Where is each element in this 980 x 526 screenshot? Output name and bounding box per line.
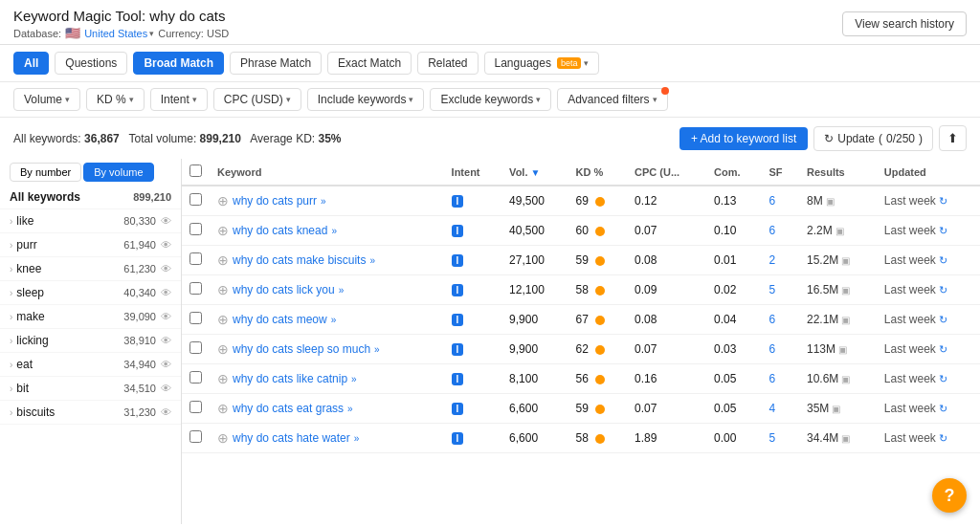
- refresh-icon[interactable]: ↻: [939, 432, 947, 445]
- sidebar-all-keywords[interactable]: All keywords 899,210: [0, 186, 181, 209]
- add-to-keyword-list-button[interactable]: + Add to keyword list: [679, 127, 808, 150]
- add-keyword-icon[interactable]: ⊕: [217, 282, 229, 297]
- vol-col-header[interactable]: Vol. ▼: [501, 159, 568, 186]
- keyword-text[interactable]: why do cats like catnip: [233, 372, 347, 385]
- refresh-icon[interactable]: ↻: [939, 373, 947, 385]
- refresh-icon[interactable]: ↻: [939, 284, 947, 296]
- help-button[interactable]: ?: [932, 478, 967, 513]
- keyword-text[interactable]: why do cats eat grass: [233, 402, 344, 415]
- add-keyword-icon[interactable]: ⊕: [217, 312, 229, 327]
- row-checkbox-cell[interactable]: [182, 424, 210, 453]
- keyword-link-icon[interactable]: »: [347, 404, 353, 414]
- keyword-text[interactable]: why do cats purr: [233, 194, 317, 208]
- keyword-link-icon[interactable]: »: [321, 196, 326, 207]
- sidebar-item[interactable]: › licking 38,910 👁: [0, 329, 181, 353]
- keyword-text[interactable]: why do cats lick you: [233, 283, 335, 296]
- add-keyword-icon[interactable]: ⊕: [217, 401, 229, 416]
- keyword-link-icon[interactable]: »: [331, 226, 337, 236]
- keyword-link-icon[interactable]: »: [354, 433, 360, 444]
- sf-link[interactable]: 6: [768, 342, 775, 356]
- keyword-text[interactable]: why do cats knead: [233, 224, 327, 237]
- include-keywords-filter[interactable]: Include keywords ▾: [307, 88, 425, 111]
- keyword-link-icon[interactable]: »: [374, 344, 380, 355]
- row-checkbox[interactable]: [189, 430, 202, 443]
- update-button[interactable]: ↻ Update (0/250): [813, 126, 933, 151]
- tab-all[interactable]: All: [13, 52, 49, 75]
- sf-link[interactable]: 4: [768, 402, 775, 415]
- row-checkbox[interactable]: [189, 401, 202, 413]
- select-all-checkbox[interactable]: [189, 164, 202, 177]
- keyword-text[interactable]: why do cats hate water: [233, 431, 350, 445]
- eye-icon[interactable]: 👁: [161, 215, 171, 227]
- sidebar-item[interactable]: › bit 34,510 👁: [0, 377, 181, 401]
- sf-link[interactable]: 5: [768, 431, 775, 445]
- refresh-icon[interactable]: ↻: [939, 225, 947, 237]
- row-checkbox-cell[interactable]: [182, 216, 210, 246]
- tab-exact-match[interactable]: Exact Match: [327, 52, 412, 75]
- tab-questions[interactable]: Questions: [55, 52, 127, 75]
- tab-broad-match[interactable]: Broad Match: [133, 52, 224, 75]
- keyword-link-icon[interactable]: »: [351, 374, 357, 384]
- advanced-filters-button[interactable]: Advanced filters ▾: [557, 88, 667, 111]
- cpc-filter[interactable]: CPC (USD) ▾: [213, 88, 301, 111]
- row-checkbox[interactable]: [189, 193, 202, 206]
- sidebar-item[interactable]: › purr 61,940 👁: [0, 233, 181, 257]
- by-number-button[interactable]: By number: [10, 163, 81, 182]
- export-button[interactable]: ⬆: [939, 125, 967, 151]
- refresh-icon[interactable]: ↻: [939, 195, 947, 208]
- eye-icon[interactable]: 👁: [161, 359, 171, 370]
- row-checkbox-cell[interactable]: [182, 335, 210, 364]
- sf-link[interactable]: 5: [768, 283, 775, 296]
- eye-icon[interactable]: 👁: [161, 335, 171, 346]
- sidebar-item[interactable]: › make 39,090 👁: [0, 305, 181, 329]
- keyword-text[interactable]: why do cats make biscuits: [233, 253, 366, 267]
- row-checkbox-cell[interactable]: [182, 305, 210, 335]
- add-keyword-icon[interactable]: ⊕: [217, 223, 229, 238]
- db-dropdown[interactable]: United States ▾: [84, 28, 154, 39]
- tab-related[interactable]: Related: [417, 52, 478, 75]
- languages-button[interactable]: Languages beta ▾: [484, 52, 600, 75]
- sf-link[interactable]: 2: [768, 253, 775, 267]
- eye-icon[interactable]: 👁: [161, 239, 171, 251]
- volume-filter[interactable]: Volume ▾: [13, 88, 80, 111]
- sidebar-item[interactable]: › eat 34,940 👁: [0, 353, 181, 377]
- sidebar-item[interactable]: › sleep 40,340 👁: [0, 281, 181, 305]
- refresh-icon[interactable]: ↻: [939, 403, 947, 415]
- row-checkbox-cell[interactable]: [182, 275, 210, 305]
- row-checkbox[interactable]: [189, 223, 202, 235]
- sf-link[interactable]: 6: [768, 372, 775, 385]
- select-all-header[interactable]: [182, 159, 210, 186]
- by-volume-button[interactable]: By volume: [83, 163, 153, 182]
- sf-link[interactable]: 6: [768, 224, 775, 237]
- add-keyword-icon[interactable]: ⊕: [217, 430, 229, 446]
- keyword-link-icon[interactable]: »: [369, 255, 375, 266]
- add-keyword-icon[interactable]: ⊕: [217, 341, 229, 357]
- add-keyword-icon[interactable]: ⊕: [217, 193, 229, 208]
- sf-link[interactable]: 6: [768, 313, 775, 326]
- row-checkbox[interactable]: [189, 282, 202, 295]
- row-checkbox[interactable]: [189, 371, 202, 384]
- sidebar-item[interactable]: › biscuits 31,230 👁: [0, 401, 181, 425]
- keyword-text[interactable]: why do cats sleep so much: [233, 342, 370, 356]
- add-keyword-icon[interactable]: ⊕: [217, 252, 229, 268]
- eye-icon[interactable]: 👁: [161, 263, 171, 274]
- eye-icon[interactable]: 👁: [161, 311, 171, 322]
- add-keyword-icon[interactable]: ⊕: [217, 371, 229, 386]
- view-history-button[interactable]: View search history: [842, 11, 967, 36]
- row-checkbox-cell[interactable]: [182, 364, 210, 394]
- refresh-icon[interactable]: ↻: [939, 343, 947, 356]
- row-checkbox[interactable]: [189, 312, 202, 324]
- intent-filter[interactable]: Intent ▾: [150, 88, 208, 111]
- row-checkbox[interactable]: [189, 341, 202, 354]
- row-checkbox-cell[interactable]: [182, 246, 210, 275]
- refresh-icon[interactable]: ↻: [939, 314, 947, 326]
- row-checkbox[interactable]: [189, 252, 202, 265]
- tab-phrase-match[interactable]: Phrase Match: [230, 52, 322, 75]
- exclude-keywords-filter[interactable]: Exclude keywords ▾: [430, 88, 551, 111]
- row-checkbox-cell[interactable]: [182, 394, 210, 424]
- keyword-text[interactable]: why do cats meow: [233, 313, 327, 326]
- eye-icon[interactable]: 👁: [161, 383, 171, 394]
- row-checkbox-cell[interactable]: [182, 186, 210, 216]
- sidebar-item[interactable]: › knee 61,230 👁: [0, 257, 181, 281]
- eye-icon[interactable]: 👁: [161, 287, 171, 298]
